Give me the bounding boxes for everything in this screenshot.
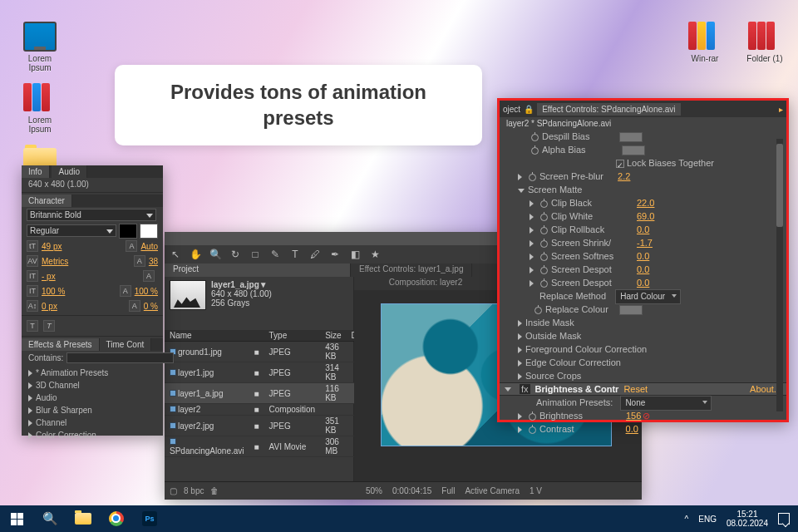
tab-effect-controls[interactable]: Effect Controls: layer1_a.jpg [351,264,472,277]
tab-info[interactable]: Info [22,165,50,178]
expand-icon[interactable] [530,200,534,207]
stopwatch-icon[interactable] [534,307,542,314]
expand-icon[interactable] [530,254,534,260]
tray-clock[interactable]: 15:21 08.02.2024 [727,510,768,528]
metric-value[interactable]: 38 [149,257,158,266]
status-view[interactable]: 1 V [530,486,542,495]
effect-group[interactable]: Audio [28,392,156,404]
col-size[interactable]: Size [320,330,346,342]
expand-icon[interactable] [518,320,522,327]
val-preblur[interactable]: 2.2 [618,171,630,181]
tool-brush[interactable]: 🖊 [309,249,321,260]
desktop-icon-winrar[interactable]: Win-rar [682,22,728,63]
expand-icon[interactable] [518,174,522,180]
tab-composition[interactable]: Composition: layer2 [354,277,498,290]
expand-icon[interactable] [530,214,534,220]
font-select[interactable]: Britannic Bold [27,209,156,221]
expand-icon[interactable] [518,333,522,340]
taskbar-chrome[interactable] [100,505,133,532]
prop-value[interactable]: 0.0 [637,223,649,236]
metric-value[interactable]: 100 % [135,287,158,296]
tab-project-truncated[interactable]: oject [503,105,520,114]
tool-star[interactable]: ★ [369,249,381,260]
start-button[interactable] [0,505,33,532]
table-row[interactable]: layer2■Composition [165,404,370,416]
desktop-icon-folder1[interactable]: Folder (1) [741,22,788,63]
taskbar-photoshop[interactable]: Ps [133,505,166,532]
expand-icon[interactable] [530,280,534,287]
tool-shape[interactable]: ◧ [349,249,361,260]
prop-value[interactable]: 0.0 [637,263,649,276]
notifications-icon[interactable] [778,513,790,525]
fx-badge-icon[interactable]: fx [520,384,530,394]
expand-icon[interactable] [518,413,522,420]
metric-value[interactable]: 0 px [42,302,57,311]
stopwatch-icon[interactable] [540,214,548,221]
taskbar-explorer[interactable] [66,505,100,532]
expand-icon[interactable] [530,267,534,273]
val-contrast[interactable]: 0.0 [626,424,638,434]
tab-timecont[interactable]: Time Cont [100,338,152,351]
tool-select[interactable]: ↖ [170,249,181,260]
style-italic[interactable]: T [43,320,55,332]
tab-project[interactable]: Project [165,264,351,277]
lock-biases-checkbox[interactable] [616,160,624,168]
stopwatch-icon[interactable] [540,240,548,248]
collapse-icon[interactable] [518,189,525,193]
tool-rect[interactable]: □ [249,249,261,260]
expand-icon[interactable] [518,360,522,367]
expand-icon[interactable] [518,373,522,380]
despill-swatch[interactable] [619,132,643,142]
replace-method-dropdown[interactable]: Hard Colour [615,289,681,304]
stopwatch-icon[interactable] [540,267,548,274]
tab-character[interactable]: Character [22,195,72,207]
stopwatch-icon[interactable] [531,134,539,141]
stopwatch-icon[interactable] [529,413,536,421]
tool-pen[interactable]: ✎ [269,249,281,260]
anim-presets-dropdown[interactable]: None [620,396,712,411]
metric-value[interactable]: 0 % [144,302,158,311]
val-brightness[interactable]: 156 [626,411,641,421]
effect-group[interactable]: Color Correction [28,429,156,441]
style-bold[interactable]: T [27,320,38,332]
collapse-icon[interactable] [505,387,511,392]
effect-group[interactable]: Channel [28,416,156,429]
style-select[interactable]: Regular [27,224,116,237]
metric-value[interactable]: 100 % [42,287,65,296]
expand-icon[interactable] [518,426,522,433]
prop-value[interactable]: -1.7 [637,236,653,249]
tool-rotate[interactable]: ↻ [229,249,241,260]
status-camera[interactable]: Active Camera [465,486,520,495]
table-row[interactable]: SPdancingAlone.avi■AVI Movie306 MB [165,436,370,457]
expand-icon[interactable] [518,347,522,353]
expand-icon[interactable] [530,227,534,234]
col-name[interactable]: Name [165,330,249,342]
prop-value[interactable]: 0.0 [637,249,649,263]
stopwatch-icon[interactable] [529,426,536,434]
metric-value[interactable]: Metrics [42,257,68,266]
status-folder-icon[interactable]: ▢ [170,486,177,495]
stopwatch-icon[interactable] [540,254,548,261]
effect-group[interactable]: 3D Channel [28,379,156,392]
swatch-fg[interactable] [119,224,137,239]
col-type[interactable]: Type [264,330,321,342]
status-fps[interactable]: Full [441,486,455,495]
stopwatch-icon[interactable] [540,280,548,288]
table-row[interactable]: layer1.jpg■JPEG314 KB [165,362,370,383]
stopwatch-icon[interactable] [531,147,539,155]
tab-effect-controls[interactable]: Effect Controls: SPdancingAlone.avi [537,103,680,116]
reset-link[interactable]: Reset [623,384,648,394]
tool-stamp[interactable]: ✒ [329,249,341,260]
status-bpc[interactable]: 8 bpc [184,486,204,495]
tab-effects[interactable]: Effects & Presets [22,338,100,351]
desktop-icon-computer[interactable]: Lorem Ipsum [17,22,63,72]
stopwatch-icon[interactable] [540,227,548,234]
tray-lang[interactable]: ENG [698,515,717,524]
stopwatch-icon[interactable] [529,174,536,181]
prop-value[interactable]: 0.0 [637,276,649,289]
effect-group[interactable]: Blur & Sharpen [28,404,156,416]
table-row[interactable]: ground1.jpg■JPEG436 KB [165,342,370,362]
metric-value[interactable]: 49 px [42,242,62,251]
prop-value[interactable]: 69.0 [637,209,654,223]
tool-zoom[interactable]: 🔍 [209,249,221,260]
